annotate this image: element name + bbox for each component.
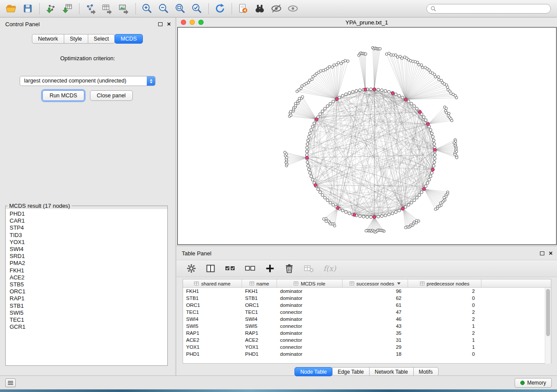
table-cell[interactable]: 96 xyxy=(343,288,408,295)
deselect-all-columns-icon[interactable] xyxy=(245,263,256,274)
table-cell[interactable]: 2 xyxy=(408,316,481,323)
mcds-result-item[interactable]: PMA2 xyxy=(10,260,167,267)
zoom-selected-icon[interactable] xyxy=(190,2,203,15)
table-row[interactable]: ORC1ORC1dominator610 xyxy=(183,302,551,309)
tab-node-table[interactable]: Node Table xyxy=(294,367,332,376)
table-cell[interactable]: 0 xyxy=(408,351,481,358)
table-cell[interactable]: dominator xyxy=(277,302,343,309)
table-cell[interactable]: RAP1 xyxy=(183,330,242,337)
mcds-result-item[interactable]: TID3 xyxy=(10,232,167,239)
table-cell[interactable]: dominator xyxy=(277,330,343,337)
table-cell[interactable] xyxy=(481,323,551,330)
run-mcds-button[interactable]: Run MCDS xyxy=(42,90,84,101)
tab-select[interactable]: Select xyxy=(88,34,115,44)
table-cell[interactable] xyxy=(481,309,551,316)
table-cell[interactable]: 0 xyxy=(408,295,481,302)
table-row[interactable]: ACE2ACE2connector311 xyxy=(183,337,551,344)
table-cell[interactable] xyxy=(481,316,551,323)
table-cell[interactable]: 35 xyxy=(343,330,408,337)
column-header-mcds-role[interactable]: MCDS role xyxy=(277,279,343,288)
table-cell[interactable] xyxy=(481,302,551,309)
table-cell[interactable]: 46 xyxy=(343,316,408,323)
table-cell[interactable]: 2 xyxy=(408,330,481,337)
tab-motifs[interactable]: Motifs xyxy=(413,367,439,376)
open-folder-icon[interactable] xyxy=(4,2,17,15)
tab-network[interactable]: Network xyxy=(32,34,64,44)
table-cell[interactable]: RAP1 xyxy=(242,330,277,337)
table-row[interactable]: RAP1RAP1dominator352 xyxy=(183,330,551,337)
close-panel-icon[interactable]: × xyxy=(167,22,171,26)
table-cell[interactable] xyxy=(481,337,551,344)
binoculars-icon[interactable] xyxy=(253,2,266,15)
save-icon[interactable] xyxy=(21,2,34,15)
tab-edge-table[interactable]: Edge Table xyxy=(332,367,370,376)
table-cell[interactable]: STB1 xyxy=(242,295,277,302)
table-cell[interactable]: SWI5 xyxy=(242,323,277,330)
mcds-result-item[interactable]: CAR1 xyxy=(10,217,167,224)
table-cell[interactable]: YOX1 xyxy=(183,344,242,351)
table-cell[interactable]: dominator xyxy=(277,316,343,323)
table-cell[interactable]: ORC1 xyxy=(242,302,277,309)
search-field[interactable] xyxy=(426,4,551,14)
network-graph[interactable] xyxy=(178,28,556,244)
close-panel-icon[interactable]: × xyxy=(549,251,553,255)
table-cell[interactable]: STB1 xyxy=(183,295,242,302)
table-cell[interactable]: 0 xyxy=(408,302,481,309)
table-row[interactable]: SWI4SWI4dominator462 xyxy=(183,316,551,323)
zoom-fit-icon[interactable] xyxy=(173,2,187,15)
mcds-result-item[interactable]: FKH1 xyxy=(10,267,167,274)
table-cell[interactable]: SWI4 xyxy=(242,316,277,323)
task-history-icon[interactable] xyxy=(5,378,16,387)
search-input[interactable] xyxy=(436,5,550,13)
table-cell[interactable]: ACE2 xyxy=(242,337,277,344)
table-cell[interactable]: ORC1 xyxy=(183,302,242,309)
float-window-icon[interactable] xyxy=(158,22,163,26)
table-cell[interactable]: 62 xyxy=(343,295,408,302)
table-cell[interactable] xyxy=(481,351,551,358)
mcds-result-item[interactable]: STB5 xyxy=(10,281,167,288)
mcds-result-item[interactable]: STB1 xyxy=(10,303,167,309)
table-row[interactable]: STB1STB1dominator620 xyxy=(183,295,551,302)
table-cell[interactable]: 1 xyxy=(408,337,481,344)
table-cell[interactable]: connector xyxy=(277,337,343,344)
table-cell[interactable]: dominator xyxy=(277,351,343,358)
add-column-icon[interactable] xyxy=(265,263,275,274)
table-scrollbar[interactable] xyxy=(545,288,551,364)
mcds-result-item[interactable]: TEC1 xyxy=(10,316,167,323)
table-cell[interactable]: SWI4 xyxy=(183,316,242,323)
show-details-eye-icon[interactable] xyxy=(286,2,299,15)
mcds-result-item[interactable]: GCR1 xyxy=(10,323,167,330)
table-cell[interactable]: TEC1 xyxy=(242,309,277,316)
export-image-icon[interactable] xyxy=(117,2,130,15)
table-cell[interactable] xyxy=(481,288,551,295)
select-all-columns-icon[interactable] xyxy=(225,263,236,274)
table-cell[interactable]: 2 xyxy=(408,309,481,316)
table-cell[interactable]: 1 xyxy=(408,344,481,351)
table-cell[interactable]: 43 xyxy=(343,323,408,330)
refresh-icon[interactable] xyxy=(213,2,226,15)
export-network-icon[interactable] xyxy=(84,2,97,15)
table-cell[interactable]: connector xyxy=(277,344,343,351)
table-cell[interactable]: 1 xyxy=(408,323,481,330)
table-row[interactable]: PHD1PHD1dominator180 xyxy=(183,351,551,358)
dropdown-stepper-icon[interactable] xyxy=(147,76,155,86)
table-cell[interactable]: 61 xyxy=(343,302,408,309)
tab-mcds[interactable]: MCDS xyxy=(114,34,143,44)
delete-column-trash-icon[interactable] xyxy=(284,263,294,274)
mcds-result-item[interactable]: ACE2 xyxy=(10,274,167,281)
table-cell[interactable]: FKH1 xyxy=(242,288,277,295)
table-cell[interactable]: 47 xyxy=(343,309,408,316)
close-panel-button[interactable]: Close panel xyxy=(90,90,133,101)
mcds-result-item[interactable]: SWI4 xyxy=(10,246,167,253)
table-cell[interactable]: 2 xyxy=(408,288,481,295)
table-cell[interactable]: PHD1 xyxy=(183,351,242,358)
column-header-name[interactable]: name xyxy=(242,279,277,288)
mcds-result-item[interactable]: ORC1 xyxy=(10,288,167,295)
table-cell[interactable]: 31 xyxy=(343,337,408,344)
table-cell[interactable]: ACE2 xyxy=(183,337,242,344)
table-row[interactable]: SWI5SWI5connector431 xyxy=(183,323,551,330)
mcds-result-item[interactable]: RAP1 xyxy=(10,295,167,302)
column-header-successor-nodes[interactable]: successor nodes xyxy=(343,279,408,288)
column-header-predecessor-nodes[interactable]: predecessor nodes xyxy=(408,279,481,288)
network-window-titlebar[interactable]: YPA_prune.txt_1 xyxy=(176,17,557,27)
